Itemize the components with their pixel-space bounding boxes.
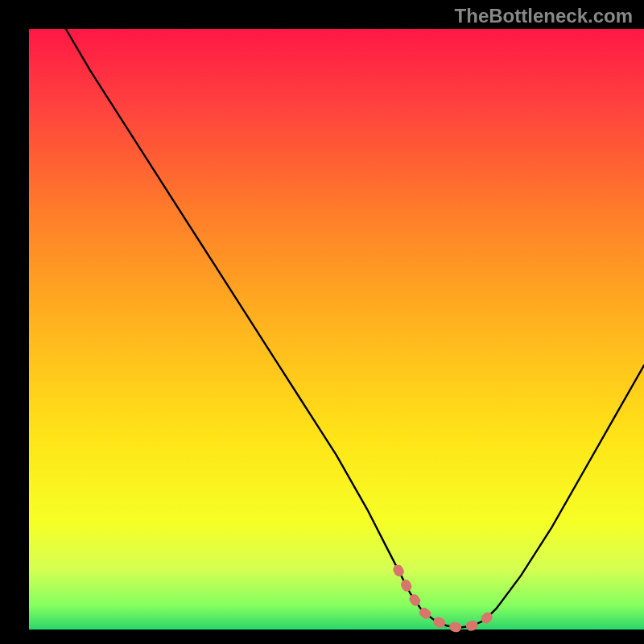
- bottleneck-chart: [0, 0, 644, 644]
- chart-container: TheBottleneck.com: [0, 0, 644, 644]
- watermark: TheBottleneck.com: [455, 5, 633, 27]
